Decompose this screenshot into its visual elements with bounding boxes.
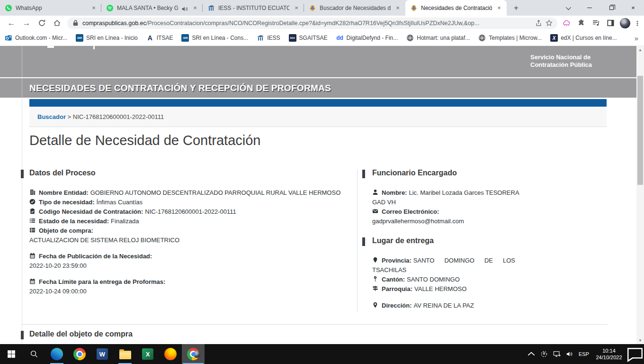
accent-bar xyxy=(29,99,607,107)
taskbar-chrome-button[interactable] xyxy=(68,344,91,364)
bookmark-star-icon[interactable] xyxy=(546,19,553,27)
taskbar-explorer-button[interactable] xyxy=(114,344,136,364)
bookmark-label: SRI en Línea - Inicio xyxy=(86,35,138,41)
section-marker xyxy=(21,170,24,178)
divider xyxy=(22,98,22,344)
bookmark-hotmart[interactable]: Hotmart: una plataf... xyxy=(406,34,470,42)
taskbar-edge-button[interactable] xyxy=(45,344,68,364)
bookmark-edx[interactable]: X edX | Cursos en líne... xyxy=(550,34,617,42)
outlook-icon xyxy=(5,34,12,42)
field-value: NIC-1768120600001-2022-00111 xyxy=(145,208,236,215)
bookmark-itsae[interactable]: A ITSAE xyxy=(146,34,173,42)
volume-icon[interactable] xyxy=(563,344,576,364)
datos-fields: Nombre Entidad:GOBIERNO AUTONOMO DESCENT… xyxy=(29,188,342,296)
taskbar-clock[interactable]: 10:14 24/10/2022 xyxy=(592,347,626,361)
taskbar-chrome-active-button[interactable] xyxy=(182,344,205,364)
start-button[interactable] xyxy=(0,344,23,364)
tab-title: MALA SANTA • Becky G xyxy=(117,5,178,11)
system-tray: ESP 10:14 24/10/2022 xyxy=(525,344,644,364)
scrollbar-thumb[interactable] xyxy=(637,76,643,185)
field-canton: Cantón:SANTO DOMINGO xyxy=(372,275,515,284)
sidebar-toggle-icon[interactable] xyxy=(605,18,616,29)
field-value: ACTUALIZACION DE SISTEMA RELOJ BIOMETRIC… xyxy=(29,236,342,245)
window-controls: × xyxy=(557,0,644,16)
bookmarks-overflow-icon[interactable]: » xyxy=(635,34,638,42)
tab-close-icon[interactable]: × xyxy=(90,4,98,12)
action-center-icon[interactable] xyxy=(626,344,644,364)
network-icon[interactable] xyxy=(550,344,563,364)
breadcrumb-buscador-link[interactable]: Buscador xyxy=(37,113,66,120)
building-icon xyxy=(29,189,36,195)
chrome-icon xyxy=(73,348,86,360)
tab-close-icon[interactable]: × xyxy=(495,4,503,12)
scroll-up-icon[interactable]: ▲ xyxy=(636,46,644,54)
new-tab-button[interactable]: + xyxy=(510,1,523,15)
language-indicator[interactable]: ESP xyxy=(576,351,592,357)
sgaitsae-icon: SGA xyxy=(289,34,296,42)
tab-close-icon[interactable]: × xyxy=(293,4,300,12)
field-nombre-entidad: Nombre Entidad:GOBIERNO AUTONOMO DESCENT… xyxy=(29,188,342,198)
close-window-button[interactable]: × xyxy=(622,0,644,16)
share-icon[interactable] xyxy=(535,19,542,27)
address-bar[interactable]: compraspublicas.gob.ec/ProcesoContrataci… xyxy=(67,18,557,29)
bookmark-templates[interactable]: Templates | Microw... xyxy=(478,34,542,42)
taskbar-firefox-button[interactable] xyxy=(159,344,182,364)
bookmark-sri-inicio[interactable]: SRI SRI en Línea - Inicio xyxy=(76,34,138,42)
lock-icon[interactable] xyxy=(72,19,79,27)
tray-sync-icon[interactable] xyxy=(537,344,550,364)
bookmark-outlook[interactable]: Outlook.com - Micr... xyxy=(5,34,67,42)
bookmark-sgaitsae[interactable]: SGA SGAITSAE xyxy=(289,34,328,42)
map-marker-icon xyxy=(372,256,379,263)
tab-whatsapp[interactable]: WhatsApp × xyxy=(0,0,101,16)
taskbar-excel-button[interactable]: X xyxy=(136,344,159,364)
restore-button[interactable] xyxy=(600,0,622,16)
tab-necesidades-active[interactable]: Necesidades de Contratación × xyxy=(405,0,507,16)
bookmark-label: DigitalDefynd - Fin... xyxy=(347,35,398,41)
scroll-down-icon[interactable]: ▼ xyxy=(636,337,644,344)
tab-close-icon[interactable]: × xyxy=(191,4,199,12)
field-label: Fecha de Publicación de la Necesidad: xyxy=(39,253,152,260)
minimize-button[interactable] xyxy=(579,0,600,16)
tray-chevron-up-icon[interactable] xyxy=(525,344,537,364)
funcionario-fields: Nombre:Lic. Maribel Lozada Garces TESORE… xyxy=(372,188,528,226)
folder-icon xyxy=(119,351,131,359)
iess-icon xyxy=(257,34,264,42)
tab-close-icon[interactable]: × xyxy=(394,4,402,12)
globe-icon xyxy=(478,34,486,42)
field-fecha-limite: Fecha Límite para la entrega de Proforma… xyxy=(29,277,342,296)
firefox-icon xyxy=(164,348,177,360)
extensions-puzzle-icon[interactable] xyxy=(575,18,587,29)
itsae-icon: A xyxy=(146,34,154,42)
tab-audio-icon[interactable] xyxy=(181,5,188,11)
tab-title: IESS - INSTITUTO ECUATORIA xyxy=(218,5,289,11)
profile-avatar[interactable] xyxy=(620,18,630,28)
bookmark-digitaldefynd[interactable]: dd DigitalDefynd - Fin... xyxy=(336,34,398,42)
section-heading-detalle: Detalle del objeto de compra xyxy=(29,330,133,338)
envelope-icon xyxy=(372,208,379,214)
browser-menu-icon[interactable]: ⋮ xyxy=(634,19,641,27)
url-text[interactable]: compraspublicas.gob.ec/ProcesoContrataci… xyxy=(82,20,532,27)
bookmark-iess[interactable]: IESS xyxy=(257,34,280,42)
taskbar-word-button[interactable]: W xyxy=(91,344,114,364)
tab-iess[interactable]: IESS - INSTITUTO ECUATORIA × xyxy=(203,0,304,16)
tab-buscador[interactable]: Buscador de Necesidades de × xyxy=(304,0,405,16)
chrome-icon xyxy=(187,348,199,360)
table-list-icon xyxy=(29,227,36,233)
taskbar-search-button[interactable] xyxy=(23,344,45,364)
field-value: SANTO DOMINGO xyxy=(407,276,460,283)
bookmark-sri-consultas[interactable]: SRI SRI en Línea - Cons... xyxy=(181,34,248,42)
forward-icon[interactable]: → xyxy=(20,17,33,29)
brand-line1: Servicio Nacional de xyxy=(530,54,616,61)
home-icon[interactable] xyxy=(51,17,63,29)
page-scrollbar[interactable]: ▲ ▼ xyxy=(636,46,644,344)
playlist-music-icon[interactable] xyxy=(590,18,601,29)
field-label: Nombre Entidad: xyxy=(39,189,89,196)
tab-search-chevron-icon[interactable] xyxy=(557,0,579,16)
extension-pink-icon[interactable] xyxy=(561,18,572,29)
bookmark-label: edX | Cursos en líne... xyxy=(561,35,617,41)
ecuador-crest-icon xyxy=(309,4,316,12)
reload-icon[interactable] xyxy=(36,17,48,29)
divider xyxy=(22,46,22,98)
tab-spotify[interactable]: MALA SANTA • Becky G × xyxy=(101,0,203,16)
back-icon[interactable]: ← xyxy=(5,17,18,29)
